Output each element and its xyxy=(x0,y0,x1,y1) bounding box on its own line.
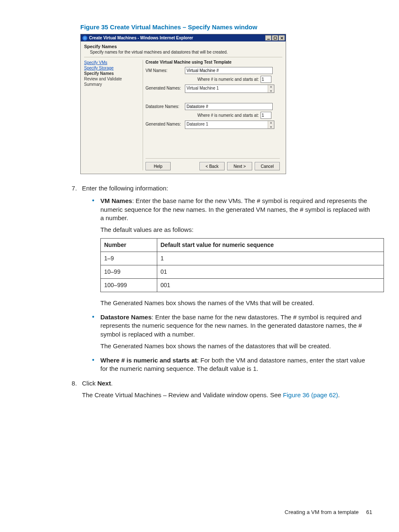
table-row: 1–9 1 xyxy=(101,252,384,265)
ds-names-lead: Datastore Names xyxy=(100,314,152,321)
nav-specify-vms[interactable]: Specify VMs xyxy=(84,60,143,65)
step-8-result-post: . xyxy=(338,391,340,398)
default-values-text: The default values are as follows: xyxy=(100,226,372,234)
back-button[interactable]: < Back xyxy=(200,162,225,170)
cancel-button[interactable]: Cancel xyxy=(255,162,280,170)
bullet-vm-names: VM Names: Enter the base name for the ne… xyxy=(95,197,372,307)
dialog-section-description: Specify names for the virtual machines a… xyxy=(90,50,282,54)
minimize-icon[interactable] xyxy=(265,35,271,41)
figure-36-link[interactable]: Figure 36 (page 62) xyxy=(283,391,338,398)
vm-names-lead: VM Names xyxy=(100,197,132,204)
page-footer: Creating a VM from a template 61 xyxy=(285,509,373,515)
ds-names-input[interactable] xyxy=(185,103,273,110)
dialog-titlebar: Create Virtual Machines - Windows Intern… xyxy=(81,34,286,41)
step-8-next-bold: Next xyxy=(97,380,111,387)
table-cell-value: 001 xyxy=(157,278,384,292)
table-cell-value: 1 xyxy=(157,252,384,265)
step-7: Enter the following information: VM Name… xyxy=(79,184,372,373)
scrollbar-icon[interactable]: ▲▼ xyxy=(268,85,274,93)
vm-starts-at-label: Where # is numeric and starts at: xyxy=(197,77,259,82)
nav-specify-storage[interactable]: Specify Storage xyxy=(84,65,143,71)
dialog-window: Create Virtual Machines - Windows Intern… xyxy=(80,34,286,174)
ds-generated-label: Generated Names: xyxy=(146,121,182,126)
scrollbar-icon[interactable]: ▲▼ xyxy=(268,121,274,129)
next-button[interactable]: Next > xyxy=(227,162,252,170)
step-8-period: . xyxy=(111,380,113,387)
generated-ds-text: The Generated Names box shows the names … xyxy=(100,342,372,350)
table-header-number: Number xyxy=(101,239,157,252)
vm-generated-value: Virtual Machine 1 xyxy=(187,86,219,90)
table-cell-number: 1–9 xyxy=(101,252,157,265)
step-8-click: Click xyxy=(82,380,97,387)
table-header-row: Number Default start value for numeric s… xyxy=(101,239,384,252)
starts-at-lead: Where # is numeric and starts at xyxy=(100,357,197,364)
close-icon[interactable] xyxy=(279,35,285,41)
footer-page-number: 61 xyxy=(366,509,372,515)
help-button[interactable]: Help xyxy=(146,162,171,170)
bullet-starts-at: Where # is numeric and starts at: For bo… xyxy=(95,356,372,373)
wizard-sidebar: Specify VMs Specify Storage Specify Name… xyxy=(84,60,143,170)
table-cell-value: 01 xyxy=(157,265,384,279)
vm-names-input[interactable] xyxy=(185,67,273,74)
ds-generated-value: Datastore 1 xyxy=(187,122,208,126)
vm-generated-label: Generated Names: xyxy=(146,85,182,90)
table-row: 100–999 001 xyxy=(101,278,384,292)
step-7-intro: Enter the following information: xyxy=(82,185,168,192)
ds-names-label: Datastore Names: xyxy=(146,103,182,109)
panel-heading: Create Virtual Machine using Test Templa… xyxy=(146,60,280,64)
generated-vm-text: The Generated Names box shows the names … xyxy=(100,299,372,307)
svg-rect-0 xyxy=(267,39,270,40)
vm-generated-box: Virtual Machine 1 ▲▼ xyxy=(185,85,274,93)
bullet-ds-names: Datastore Names: Enter the base name for… xyxy=(95,313,372,350)
maximize-icon[interactable] xyxy=(272,35,278,41)
table-cell-number: 10–99 xyxy=(101,265,157,279)
vm-names-text: : Enter the base name for the new VMs. T… xyxy=(100,197,370,221)
ds-generated-box: Datastore 1 ▲▼ xyxy=(185,121,274,129)
nav-specify-names: Specify Names xyxy=(84,71,143,76)
table-row: 10–99 01 xyxy=(101,265,384,279)
ie-icon xyxy=(82,36,87,41)
dialog-section-title: Specify Names xyxy=(84,44,282,49)
dialog-title: Create Virtual Machines - Windows Intern… xyxy=(89,36,193,40)
vm-starts-at-input[interactable] xyxy=(261,76,271,83)
table-cell-number: 100–999 xyxy=(101,278,157,292)
nav-summary: Summary xyxy=(84,82,143,87)
defaults-table: Number Default start value for numeric s… xyxy=(100,238,384,292)
vm-names-label: VM Names: xyxy=(146,67,182,73)
ds-starts-at-input[interactable] xyxy=(261,112,271,119)
figure-caption: Figure 35 Create Virtual Machines – Spec… xyxy=(80,23,372,31)
step-8: Click Next. The Create Virtual Machines … xyxy=(79,379,372,400)
ds-starts-at-label: Where # is numeric and starts at: xyxy=(197,113,259,118)
footer-text: Creating a VM from a template xyxy=(285,509,359,515)
table-header-default: Default start value for numeric sequence xyxy=(157,239,384,252)
nav-review-validate: Review and Validate xyxy=(84,76,143,82)
svg-rect-1 xyxy=(274,37,276,39)
step-8-result-pre: The Create Virtual Machines – Review and… xyxy=(82,391,283,398)
